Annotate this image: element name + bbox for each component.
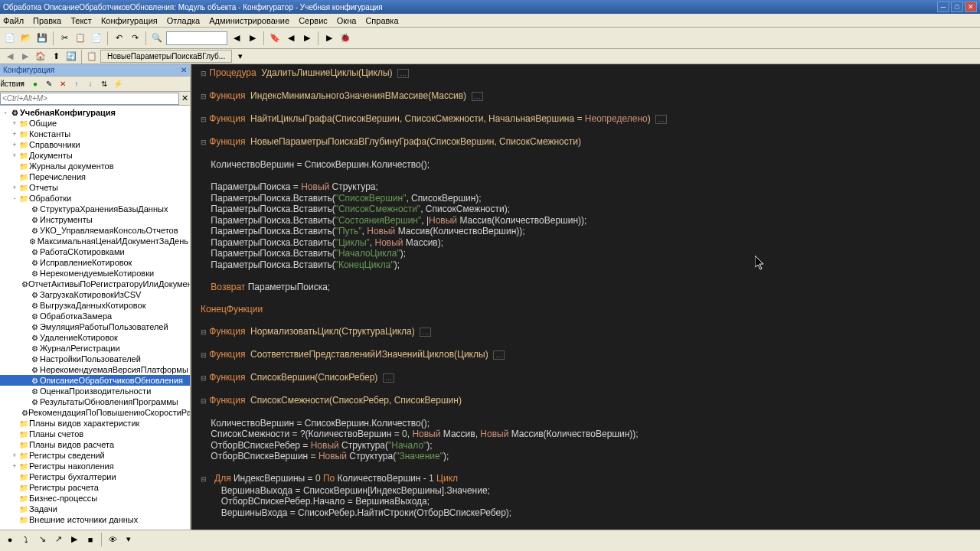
tree-item[interactable]: ⚙СтруктураХраненияБазыДанных bbox=[0, 204, 190, 214]
bookmark-icon[interactable]: 🔖 bbox=[268, 31, 282, 45]
up-icon[interactable]: ↑ bbox=[70, 78, 83, 90]
redo-icon[interactable]: ↷ bbox=[128, 31, 142, 45]
tree-item[interactable]: 📁Внешние источники данных bbox=[0, 514, 190, 525]
tree-item[interactable]: +📁Отчеты bbox=[0, 182, 190, 193]
bookmark-next-icon[interactable]: ▶ bbox=[300, 31, 314, 45]
menu-Отладка[interactable]: Отладка bbox=[167, 16, 200, 25]
delete-icon[interactable]: ✕ bbox=[57, 78, 69, 90]
tree-item[interactable]: ⚙РекомендацияПоПовышениюСкоростиРаботы bbox=[0, 407, 190, 418]
tree-item[interactable]: ⚙ОценкаПроизводительности bbox=[0, 386, 190, 396]
tree-item[interactable]: -📁Обработки bbox=[0, 193, 190, 204]
refresh-icon[interactable]: 🔄 bbox=[64, 50, 78, 64]
tree-item[interactable]: ⚙ИсправлениеКотировок bbox=[0, 257, 190, 268]
save-icon[interactable]: 💾 bbox=[35, 31, 49, 45]
stop-icon[interactable]: ■ bbox=[83, 533, 97, 546]
nav-back-icon[interactable]: ◀ bbox=[3, 50, 17, 64]
tree-item[interactable]: ⚙УКО_УправляемаяКонсольОтчетов bbox=[0, 225, 190, 236]
menu-Файл[interactable]: Файл bbox=[3, 16, 24, 25]
add-icon[interactable]: ● bbox=[29, 78, 41, 90]
tree-item[interactable]: 📁Задачи bbox=[0, 504, 190, 514]
run-icon[interactable]: ▶ bbox=[322, 31, 336, 45]
tree-item[interactable]: ⚙ОписаниеОбработчиковОбновления bbox=[0, 375, 190, 386]
tree-item[interactable]: 📁Бизнес-процессы bbox=[0, 493, 190, 504]
tree-item[interactable]: ⚙ОбработкаЗамера bbox=[0, 311, 190, 321]
tree-item[interactable]: 📁Планы видов расчета bbox=[0, 439, 190, 450]
tree-item[interactable]: ⚙РаботаСКотировками bbox=[0, 246, 190, 257]
tree-item[interactable]: +📁Общие bbox=[0, 118, 190, 129]
new-icon[interactable]: 📄 bbox=[3, 31, 17, 45]
menu-Конфигурация[interactable]: Конфигурация bbox=[101, 16, 158, 25]
menu-Текст[interactable]: Текст bbox=[70, 16, 92, 25]
watch-icon[interactable]: 👁 bbox=[106, 533, 119, 546]
tree-item[interactable]: +📁Справочники bbox=[0, 139, 190, 150]
edit-icon[interactable]: ✎ bbox=[43, 78, 55, 90]
tree-item[interactable]: 📁Перечисления bbox=[0, 171, 190, 182]
tree-item[interactable]: ⚙МаксимальнаяЦенаИДокументЗаДень bbox=[0, 236, 190, 246]
continue-icon[interactable]: ▶ bbox=[67, 533, 81, 546]
menu-Окна[interactable]: Окна bbox=[337, 16, 357, 25]
paste-icon[interactable]: 📄 bbox=[90, 31, 103, 45]
tree-item[interactable]: +📁Документы bbox=[0, 150, 190, 161]
breakpoint-icon[interactable]: ● bbox=[3, 533, 17, 546]
tree-item[interactable]: 📁Планы счетов bbox=[0, 429, 190, 439]
dropdown-icon[interactable]: ▾ bbox=[234, 50, 247, 64]
menu-Администрирование[interactable]: Администрирование bbox=[209, 16, 289, 25]
tree-item[interactable]: 📁Планы видов характеристик bbox=[0, 418, 190, 429]
undo-icon[interactable]: ↶ bbox=[112, 31, 126, 45]
window-title: Обработка ОписаниеОбработчиковОбновления… bbox=[3, 3, 937, 11]
actions-dropdown[interactable]: Действия bbox=[2, 78, 14, 90]
tree-item[interactable]: ⚙РезультатыОбновленияПрограммы bbox=[0, 396, 190, 407]
nav-fwd-icon[interactable]: ▶ bbox=[18, 50, 32, 64]
close-button[interactable]: ✕ bbox=[965, 2, 977, 12]
search-input[interactable] bbox=[166, 31, 227, 45]
tree-item[interactable]: ⚙УдалениеКотировок bbox=[0, 332, 190, 343]
debug-icon[interactable]: 🐞 bbox=[338, 31, 352, 45]
tree-item[interactable]: +📁Регистры сведений bbox=[0, 450, 190, 461]
open-icon[interactable]: 📂 bbox=[19, 31, 33, 45]
maximize-button[interactable]: □ bbox=[951, 2, 963, 12]
find-icon[interactable]: 🔍 bbox=[150, 31, 164, 45]
clear-filter-icon[interactable]: ✕ bbox=[179, 93, 190, 103]
tree-item[interactable]: ⚙Инструменты bbox=[0, 214, 190, 225]
tree-item[interactable]: ⚙ЗагрузкаКотировокИзCSV bbox=[0, 289, 190, 300]
proc-list-icon[interactable]: 📋 bbox=[85, 50, 99, 64]
procedure-selector[interactable]: НовыеПараметрыПоискаВГлуб... bbox=[100, 50, 232, 63]
nav-up-icon[interactable]: ⬆ bbox=[49, 50, 63, 64]
bookmark-prev-icon[interactable]: ◀ bbox=[284, 31, 298, 45]
sort-icon[interactable]: ⇅ bbox=[98, 78, 110, 90]
filter-icon[interactable]: ⚡ bbox=[112, 78, 124, 90]
tree-item[interactable]: ⚙ВыгрузкаДанныхКотировок bbox=[0, 300, 190, 311]
code-editor[interactable]: ⊟ Процедура УдалитьЛишниеЦиклы(Циклы) … … bbox=[191, 64, 980, 530]
down-icon[interactable]: ↓ bbox=[84, 78, 96, 90]
menu-Сервис[interactable]: Сервис bbox=[299, 16, 328, 25]
tree-item[interactable]: ⚙НастройкиПользователей bbox=[0, 354, 190, 364]
copy-icon[interactable]: 📋 bbox=[74, 31, 87, 45]
tree-item[interactable]: 📁Журналы документов bbox=[0, 161, 190, 171]
config-panel-title: Конфигурация bbox=[3, 66, 54, 74]
tree-item[interactable]: +📁Регистры накопления bbox=[0, 461, 190, 471]
tree-item[interactable]: -⚙УчебнаяКонфигурация bbox=[0, 107, 190, 118]
tree-item[interactable]: ⚙ОтчетАктивыПоРегистраторуИлиДокументуПо… bbox=[0, 279, 190, 289]
menu-Справка[interactable]: Справка bbox=[365, 16, 398, 25]
search-next-icon[interactable]: ▶ bbox=[246, 31, 260, 45]
home-icon[interactable]: 🏠 bbox=[34, 50, 47, 64]
step-over-icon[interactable]: ⤵ bbox=[19, 533, 33, 546]
step-out-icon[interactable]: ↗ bbox=[51, 533, 65, 546]
tree-item[interactable]: ⚙ЭмуляцияРаботыПользователей bbox=[0, 321, 190, 332]
minimize-button[interactable]: ─ bbox=[937, 2, 949, 12]
dropdown-icon[interactable]: ▾ bbox=[15, 78, 28, 90]
tree-item[interactable]: ⚙ЖурналРегистрации bbox=[0, 343, 190, 354]
tree-filter-input[interactable] bbox=[0, 93, 179, 105]
panel-close-icon[interactable]: ✕ bbox=[181, 66, 187, 74]
tree-item[interactable]: ⚙НерекомендуемаяВерсияПлатформы bbox=[0, 364, 190, 375]
search-prev-icon[interactable]: ◀ bbox=[230, 31, 243, 45]
more-icon[interactable]: ▾ bbox=[122, 533, 136, 546]
tree-item[interactable]: +📁Константы bbox=[0, 129, 190, 139]
cut-icon[interactable]: ✂ bbox=[57, 31, 71, 45]
step-in-icon[interactable]: ↘ bbox=[35, 533, 49, 546]
tree-item[interactable]: 📁Регистры расчета bbox=[0, 482, 190, 493]
menu-Правка[interactable]: Правка bbox=[33, 16, 61, 25]
tree-item[interactable]: 📁Регистры бухгалтерии bbox=[0, 471, 190, 482]
tree-item[interactable]: ⚙НерекомендуемыеКотировки bbox=[0, 268, 190, 279]
